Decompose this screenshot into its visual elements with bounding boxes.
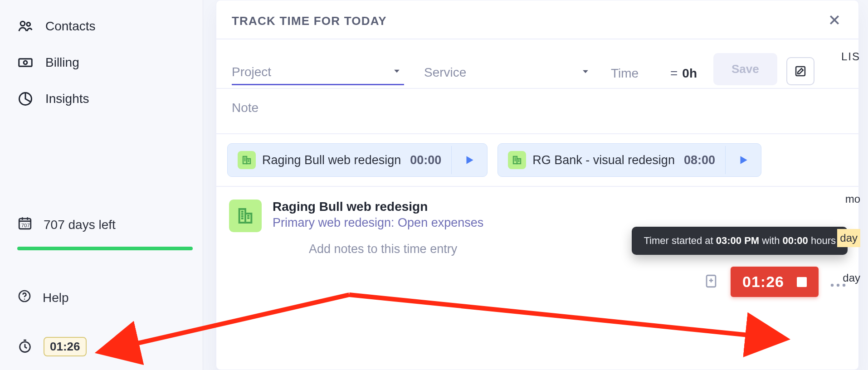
chip-select[interactable]: RG Bank - visual redesign 08:00	[498, 144, 725, 176]
recent-chips: Raging Bull web redesign 00:00 RG Bank -…	[216, 133, 858, 186]
billing-icon	[17, 54, 34, 71]
stop-timer-button[interactable]: 01:26	[731, 267, 819, 297]
edge-text: day	[843, 272, 860, 284]
project-label: Project	[232, 65, 271, 79]
recent-chip: RG Bank - visual redesign 08:00	[497, 143, 761, 177]
chip-select[interactable]: Raging Bull web redesign 00:00	[228, 144, 451, 176]
tooltip-start-time: 03:00 PM	[716, 235, 759, 246]
svg-point-0	[20, 21, 25, 26]
stopwatch-icon	[17, 338, 33, 355]
sidebar-nav: Contacts Billing Insights	[0, 8, 203, 117]
svg-point-8	[24, 298, 25, 299]
svg-rect-2	[19, 59, 32, 67]
sidebar-item-label: Billing	[45, 55, 79, 70]
panel-title: TRACK TIME FOR TODAY	[232, 14, 387, 28]
sidebar-timer[interactable]: 01:26	[0, 332, 203, 361]
chevron-down-icon	[581, 67, 590, 78]
entry-title: Raging Bull web redesign	[273, 200, 483, 214]
recent-chip: Raging Bull web redesign 00:00	[227, 143, 488, 177]
note-row: Note	[216, 89, 858, 133]
edit-button[interactable]	[786, 57, 814, 85]
tooltip-text-suffix: hours	[808, 235, 836, 246]
tooltip-text-prefix: Timer started at	[644, 235, 716, 246]
close-button[interactable]	[828, 13, 841, 29]
running-time: 01:26	[742, 273, 784, 291]
time-equals: =	[670, 66, 678, 81]
svg-point-3	[24, 61, 27, 64]
contacts-icon	[17, 18, 34, 34]
tooltip-text-middle: with	[759, 235, 782, 246]
service-label: Service	[424, 65, 466, 79]
sidebar: Contacts Billing Insights 707 707 days l…	[0, 0, 203, 370]
edge-text: day	[837, 229, 860, 247]
building-icon	[508, 151, 526, 169]
sidebar-item-contacts[interactable]: Contacts	[0, 8, 203, 44]
stop-icon	[797, 277, 807, 287]
note-input[interactable]: Note	[232, 101, 843, 115]
time-value: 0h	[682, 66, 697, 81]
building-icon	[229, 200, 262, 232]
svg-point-18	[831, 283, 834, 286]
attach-icon[interactable]	[703, 273, 719, 291]
sidebar-item-insights[interactable]: Insights	[0, 81, 203, 117]
save-button[interactable]: Save	[713, 53, 777, 85]
chip-time: 08:00	[684, 153, 715, 167]
svg-text:707: 707	[21, 223, 30, 228]
track-time-panel: TRACK TIME FOR TODAY Project Service Tim…	[216, 0, 859, 370]
time-label: Time	[611, 66, 639, 81]
chip-play-button[interactable]	[725, 146, 761, 174]
help-icon	[17, 289, 32, 307]
chip-time: 00:00	[410, 153, 441, 167]
svg-point-19	[837, 283, 839, 286]
sidebar-item-billing[interactable]: Billing	[0, 44, 203, 81]
calendar-icon: 707	[17, 215, 33, 234]
sidebar-item-label: Insights	[45, 92, 89, 106]
running-entry: Raging Bull web redesign Primary web red…	[216, 186, 858, 256]
chip-name: Raging Bull web redesign	[262, 153, 401, 167]
sidebar-item-label: Contacts	[45, 19, 96, 34]
trial-progress-bar	[17, 247, 193, 250]
panel-header: TRACK TIME FOR TODAY	[216, 0, 858, 39]
sidebar-item-help[interactable]: Help	[0, 284, 203, 311]
insights-icon	[17, 91, 34, 107]
edge-text: LIS	[841, 50, 860, 63]
help-label: Help	[43, 291, 69, 305]
edge-text: mo	[845, 193, 860, 205]
entry-actions: 01:26	[703, 267, 846, 297]
entry-titles: Raging Bull web redesign Primary web red…	[273, 200, 483, 230]
chip-name: RG Bank - visual redesign	[532, 153, 675, 167]
chevron-down-icon	[392, 67, 401, 78]
sidebar-timer-value: 01:26	[44, 337, 87, 356]
chip-play-button[interactable]	[451, 146, 487, 174]
svg-point-1	[27, 23, 30, 26]
building-icon	[238, 151, 256, 169]
time-field[interactable]: Time = 0h	[611, 66, 697, 85]
service-select[interactable]: Service	[424, 65, 593, 85]
trial-label: 707 days left	[44, 218, 116, 232]
trial-remaining[interactable]: 707 707 days left	[0, 207, 203, 239]
timer-tooltip: Timer started at 03:00 PM with 00:00 hou…	[632, 227, 848, 255]
tooltip-hours: 00:00	[783, 235, 808, 246]
entry-subtitle[interactable]: Primary web redesign: Open expenses	[273, 216, 483, 230]
entry-form: Project Service Time = 0h Save	[216, 39, 858, 89]
project-select[interactable]: Project	[232, 65, 404, 85]
